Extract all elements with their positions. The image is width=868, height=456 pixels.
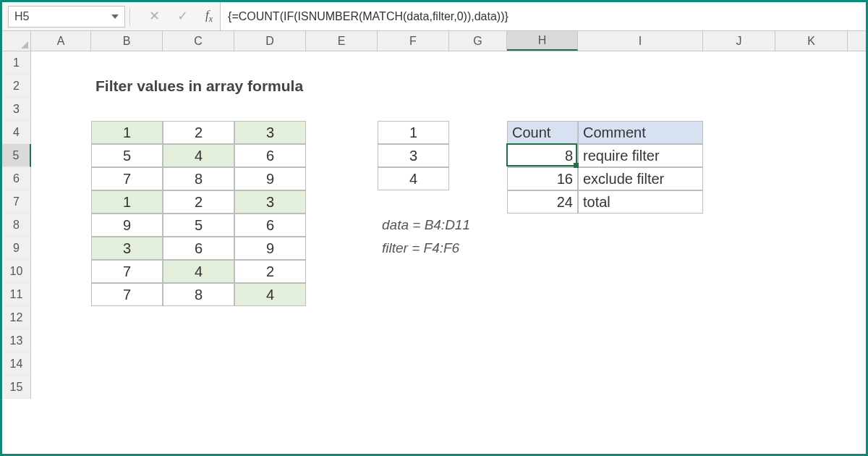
cancel-icon[interactable]: ✕	[149, 9, 160, 22]
row-header-6[interactable]: 6	[2, 167, 31, 190]
row-header-11[interactable]: 11	[2, 283, 31, 306]
data-cell[interactable]: 3	[91, 237, 163, 260]
data-cell[interactable]: 4	[163, 260, 234, 283]
name-box[interactable]: H5	[8, 6, 125, 28]
data-cell[interactable]: 8	[163, 167, 234, 190]
row-header-2[interactable]: 2	[2, 75, 31, 98]
column-header-B[interactable]: B	[91, 31, 163, 51]
data-cell[interactable]: 7	[91, 283, 163, 306]
row-header-3[interactable]: 3	[2, 98, 31, 121]
separator	[129, 8, 130, 25]
data-cell[interactable]: 3	[234, 121, 306, 144]
result-count[interactable]: 24	[507, 190, 578, 214]
data-cell[interactable]: 4	[163, 144, 234, 167]
data-cell[interactable]: 5	[163, 214, 234, 237]
data-cell[interactable]: 8	[163, 283, 234, 306]
result-comment[interactable]: total	[578, 190, 703, 214]
data-cell[interactable]: 9	[234, 237, 306, 260]
row-header-12[interactable]: 12	[2, 306, 31, 329]
row-header-4[interactable]: 4	[2, 121, 31, 144]
column-header-F[interactable]: F	[378, 31, 449, 51]
column-headers: ABCDEFGHIJK	[2, 31, 866, 51]
column-header-E[interactable]: E	[306, 31, 378, 51]
column-header-K[interactable]: K	[775, 31, 848, 51]
result-comment[interactable]: require filter	[578, 144, 703, 167]
result-count[interactable]: 8	[507, 144, 578, 167]
result-header-comment[interactable]: Comment	[578, 121, 703, 144]
row-header-9[interactable]: 9	[2, 237, 31, 260]
formula-input[interactable]: {=COUNT(IF(ISNUMBER(MATCH(data,filter,0)…	[220, 2, 866, 30]
column-header-A[interactable]: A	[31, 31, 91, 51]
result-comment[interactable]: exclude filter	[578, 167, 703, 190]
data-cell[interactable]: 2	[163, 190, 234, 214]
column-header-C[interactable]: C	[163, 31, 234, 51]
row-header-5[interactable]: 5	[2, 144, 31, 167]
data-cell[interactable]: 2	[234, 260, 306, 283]
row-headers: 123456789101112131415	[2, 51, 31, 399]
filter-cell[interactable]: 1	[378, 121, 449, 144]
row-header-8[interactable]: 8	[2, 214, 31, 237]
note-filter-range: filter = F4:F6	[378, 237, 537, 260]
page-title: Filter values in array formula	[91, 75, 453, 98]
data-cell[interactable]: 2	[163, 121, 234, 144]
column-header-D[interactable]: D	[234, 31, 306, 51]
row-header-14[interactable]: 14	[2, 352, 31, 376]
data-cell[interactable]: 6	[163, 237, 234, 260]
data-cell[interactable]: 5	[91, 144, 163, 167]
accept-icon[interactable]: ✓	[177, 9, 188, 22]
spreadsheet-grid[interactable]: ABCDEFGHIJK 123456789101112131415 Filter…	[2, 31, 866, 454]
data-cell[interactable]: 7	[91, 260, 163, 283]
data-cell[interactable]: 4	[234, 283, 306, 306]
data-cell[interactable]: 9	[234, 167, 306, 190]
row-header-1[interactable]: 1	[2, 51, 31, 75]
data-cell[interactable]: 1	[91, 190, 163, 214]
result-header-count[interactable]: Count	[507, 121, 578, 144]
select-all-corner[interactable]	[2, 31, 31, 51]
row-header-10[interactable]: 10	[2, 260, 31, 283]
name-box-dropdown-icon[interactable]	[111, 14, 119, 19]
filter-cell[interactable]: 4	[378, 167, 449, 190]
column-header-G[interactable]: G	[449, 31, 507, 51]
data-cell[interactable]: 6	[234, 214, 306, 237]
result-count[interactable]: 16	[507, 167, 578, 190]
formula-bar-buttons: ✕ ✓ fx	[149, 8, 213, 25]
name-box-value: H5	[14, 10, 29, 23]
row-header-13[interactable]: 13	[2, 329, 31, 352]
data-cell[interactable]: 1	[91, 121, 163, 144]
data-cell[interactable]: 9	[91, 214, 163, 237]
data-cell[interactable]: 6	[234, 144, 306, 167]
row-header-15[interactable]: 15	[2, 376, 31, 399]
formula-bar: H5 ✕ ✓ fx {=COUNT(IF(ISNUMBER(MATCH(data…	[2, 2, 866, 31]
fx-icon[interactable]: fx	[205, 8, 213, 25]
row-header-7[interactable]: 7	[2, 190, 31, 214]
formula-text: {=COUNT(IF(ISNUMBER(MATCH(data,filter,0)…	[228, 10, 509, 23]
note-data-range: data = B4:D11	[378, 214, 537, 237]
column-header-J[interactable]: J	[703, 31, 775, 51]
filter-cell[interactable]: 3	[378, 144, 449, 167]
data-cell[interactable]: 7	[91, 167, 163, 190]
column-header-I[interactable]: I	[578, 31, 703, 51]
column-header-H[interactable]: H	[507, 31, 578, 51]
data-cell[interactable]: 3	[234, 190, 306, 214]
